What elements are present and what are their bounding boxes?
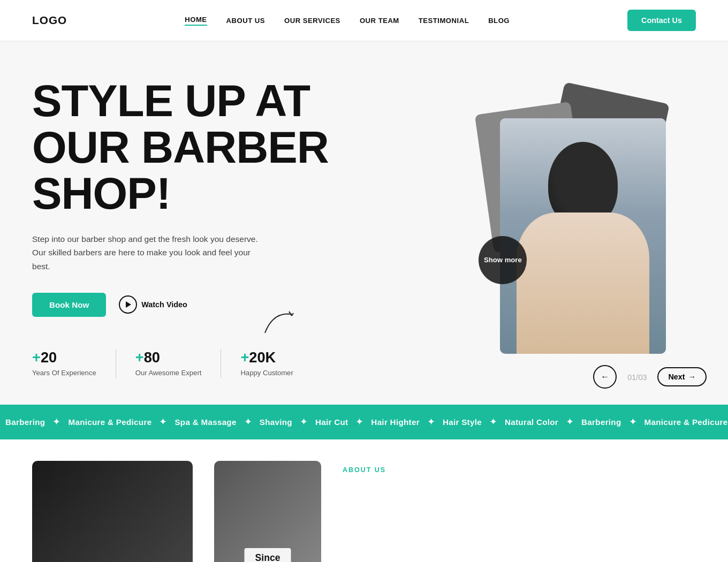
about-image-left: [32, 461, 193, 562]
show-more-button[interactable]: Show more: [479, 236, 527, 284]
svg-line-1: [292, 313, 293, 316]
current-page: 01/: [627, 373, 638, 382]
ticker-inner: Barbering✦Manicure & Pedicure✦Spa & Mass…: [0, 416, 728, 428]
stat-item-1: +80Our Awesome Expert: [135, 349, 222, 378]
back-button[interactable]: ←: [593, 365, 617, 389]
photo-main: [500, 118, 666, 354]
stat-number-2: +20K: [240, 349, 293, 366]
ticker-separator: ✦: [427, 416, 435, 428]
about-text: ABOUT US: [343, 461, 696, 479]
ticker-item-1: Manicure & Pedicure: [639, 417, 728, 427]
ticker-separator: ✦: [159, 416, 167, 428]
stats-row: +20Years Of Experience+80Our Awesome Exp…: [32, 349, 390, 378]
ticker-item-6: Hair Style: [437, 417, 487, 427]
person-silhouette: [500, 118, 666, 354]
photo-stack: Show more: [484, 92, 666, 370]
hero-pagination: ← 01/03 Next →: [593, 365, 707, 389]
stat-label-1: Our Awesome Expert: [135, 368, 202, 378]
stat-item-0: +20Years Of Experience: [32, 349, 116, 378]
stat-number-1: +80: [135, 349, 202, 366]
next-button[interactable]: Next →: [657, 367, 707, 386]
next-label: Next: [668, 373, 685, 381]
ticker-separator: ✦: [355, 416, 363, 428]
video-button-label: Watch Video: [141, 300, 187, 309]
book-now-button[interactable]: Book Now: [32, 293, 106, 317]
ticker-item-1: Manicure & Pedicure: [63, 417, 157, 427]
about-image-right: Since: [214, 461, 321, 562]
decorative-arrow: [262, 306, 450, 340]
stat-item-2: +20KHappy Customer: [240, 349, 312, 378]
ticker-item-5: Hair Highter: [366, 417, 425, 427]
since-badge: Since: [245, 548, 291, 562]
ticker-separator: ✦: [244, 416, 252, 428]
arrow-svg: [262, 306, 305, 338]
arrow-right-icon: →: [688, 373, 696, 381]
play-icon: [119, 295, 137, 314]
ticker-item-3: Shaving: [254, 417, 298, 427]
nav-item-testimonial[interactable]: TESTIMONIAL: [419, 17, 469, 25]
hero-description: Step into our barber shop and get the fr…: [32, 232, 268, 274]
nav-item-home[interactable]: HOME: [185, 16, 207, 26]
ticker-separator: ✦: [300, 416, 308, 428]
ticker-separator: ✦: [52, 416, 60, 428]
ticker-separator: ✦: [629, 416, 637, 428]
stat-number-0: +20: [32, 349, 96, 366]
nav-item-our-team[interactable]: OUR TEAM: [360, 17, 399, 25]
nav-item-our-services[interactable]: OUR SERVICES: [284, 17, 340, 25]
logo[interactable]: LOGO: [32, 14, 67, 27]
ticker-item-0: Barbering: [0, 417, 50, 427]
hero-title: STYLE UP AT OUR BARBER SHOP!: [32, 78, 390, 217]
about-label: ABOUT US: [343, 466, 696, 474]
hero-section: STYLE UP AT OUR BARBER SHOP! Step into o…: [0, 41, 728, 405]
hero-right: Show more ← 01/03 Next →: [422, 41, 728, 405]
ticker-separator: ✦: [566, 416, 574, 428]
header: LOGO HOMEABOUT USOUR SERVICESOUR TEAMTES…: [0, 0, 728, 41]
stat-label-0: Years Of Experience: [32, 368, 96, 378]
services-ticker: Barbering✦Manicure & Pedicure✦Spa & Mass…: [0, 405, 728, 439]
page-counter: 01/03: [627, 371, 647, 383]
contact-button[interactable]: Contact Us: [627, 10, 696, 31]
about-preview-section: Since ABOUT US: [0, 439, 728, 562]
total-pages: 03: [638, 373, 647, 382]
stat-label-2: Happy Customer: [240, 368, 293, 378]
watch-video-button[interactable]: Watch Video: [119, 295, 187, 314]
ticker-item-7: Natural Color: [499, 417, 564, 427]
arrow-left-icon: ←: [601, 372, 609, 382]
ticker-item-4: Hair Cut: [310, 417, 353, 427]
nav-item-about-us[interactable]: ABOUT US: [226, 17, 265, 25]
ticker-item-2: Spa & Massage: [169, 417, 241, 427]
ticker-separator: ✦: [489, 416, 497, 428]
hero-left: STYLE UP AT OUR BARBER SHOP! Step into o…: [0, 41, 422, 405]
ticker-item-0: Barbering: [576, 417, 626, 427]
main-nav: HOMEABOUT USOUR SERVICESOUR TEAMTESTIMON…: [185, 16, 510, 26]
nav-item-blog[interactable]: BLOG: [488, 17, 510, 25]
